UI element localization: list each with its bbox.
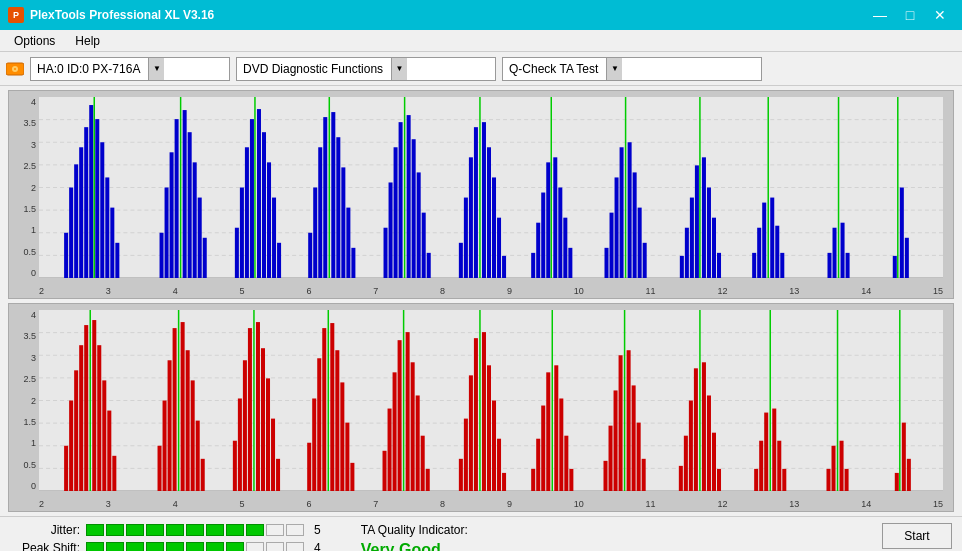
svg-rect-150	[256, 322, 260, 491]
svg-rect-147	[243, 360, 247, 491]
status-bar: Jitter: 5 Peak Shift:	[0, 516, 962, 551]
svg-rect-126	[74, 370, 78, 491]
start-btn-area: Start i	[882, 523, 952, 551]
maximize-button[interactable]: □	[896, 3, 924, 27]
bottom-chart-y-axis: 4 3.5 3 2.5 2 1.5 1 0.5 0	[9, 310, 39, 491]
svg-rect-72	[502, 256, 506, 278]
svg-rect-53	[384, 228, 388, 278]
svg-rect-58	[407, 115, 411, 278]
svg-rect-222	[840, 441, 844, 491]
svg-rect-13	[74, 164, 78, 278]
bottom-chart-svg	[39, 310, 943, 491]
svg-rect-66	[474, 127, 478, 278]
svg-rect-212	[754, 469, 758, 491]
svg-rect-180	[482, 332, 486, 491]
top-chart: 4 3.5 3 2.5 2 1.5 1 0.5 0	[8, 90, 954, 299]
svg-rect-214	[764, 413, 768, 491]
svg-rect-60	[417, 172, 421, 278]
function-select[interactable]: DVD Diagnostic Functions ▼	[236, 57, 496, 81]
svg-rect-211	[717, 469, 721, 491]
svg-rect-188	[546, 372, 550, 491]
svg-rect-165	[383, 451, 387, 491]
menu-help[interactable]: Help	[67, 32, 108, 50]
svg-rect-132	[102, 380, 106, 491]
svg-rect-42	[277, 243, 281, 278]
svg-rect-192	[564, 436, 568, 491]
charts-area: 4 3.5 3 2.5 2 1.5 1 0.5 0	[0, 86, 962, 516]
svg-rect-40	[267, 162, 271, 278]
svg-rect-148	[248, 328, 252, 491]
function-select-arrow: ▼	[391, 58, 407, 80]
svg-rect-178	[474, 338, 478, 491]
svg-rect-39	[262, 132, 266, 278]
svg-rect-48	[331, 112, 335, 278]
svg-rect-158	[322, 328, 326, 491]
svg-rect-61	[422, 213, 426, 278]
svg-rect-213	[759, 441, 763, 491]
svg-rect-111	[846, 253, 850, 278]
peak-shift-seg-7	[206, 542, 224, 551]
top-chart-inner	[39, 97, 943, 278]
jitter-label: Jitter:	[10, 523, 80, 537]
svg-rect-205	[689, 401, 693, 492]
svg-rect-105	[775, 226, 779, 278]
svg-rect-92	[685, 228, 689, 278]
svg-rect-93	[690, 198, 694, 278]
svg-rect-137	[168, 360, 172, 491]
peak-shift-bar	[86, 542, 304, 551]
test-select[interactable]: Q-Check TA Test ▼	[502, 57, 762, 81]
jitter-row: Jitter: 5	[10, 523, 321, 537]
svg-rect-20	[105, 177, 109, 278]
device-select[interactable]: HA:0 ID:0 PX-716A ▼	[30, 57, 230, 81]
svg-rect-227	[907, 459, 911, 491]
svg-rect-45	[318, 147, 322, 278]
svg-rect-190	[554, 365, 558, 491]
minimize-button[interactable]: —	[866, 3, 894, 27]
peak-shift-seg-11	[286, 542, 304, 551]
top-chart-y-axis: 4 3.5 3 2.5 2 1.5 1 0.5 0	[9, 97, 39, 278]
svg-rect-79	[558, 188, 562, 279]
svg-rect-74	[536, 223, 540, 278]
svg-rect-177	[469, 375, 473, 491]
svg-rect-36	[250, 119, 254, 278]
svg-rect-151	[261, 348, 265, 491]
peak-shift-seg-9	[246, 542, 264, 551]
close-button[interactable]: ✕	[926, 3, 954, 27]
svg-rect-160	[330, 323, 334, 491]
svg-rect-97	[707, 188, 711, 279]
svg-rect-82	[605, 248, 609, 278]
svg-rect-102	[762, 203, 766, 278]
menu-options[interactable]: Options	[6, 32, 63, 50]
peak-shift-seg-10	[266, 542, 284, 551]
svg-rect-157	[317, 358, 321, 491]
ta-quality-label: TA Quality Indicator:	[361, 523, 468, 537]
jitter-seg-6	[186, 524, 204, 536]
svg-rect-182	[492, 401, 496, 492]
svg-rect-14	[79, 147, 83, 278]
svg-rect-15	[84, 127, 88, 278]
svg-rect-175	[459, 459, 463, 491]
svg-rect-30	[193, 162, 197, 278]
svg-rect-125	[69, 401, 73, 492]
start-button[interactable]: Start	[882, 523, 952, 549]
svg-rect-33	[235, 228, 239, 278]
svg-rect-94	[695, 165, 699, 278]
bottom-chart-x-axis: 2 3 4 5 6 7 8 9 10 11 12 13 14 15	[39, 499, 943, 509]
svg-rect-28	[183, 110, 187, 278]
svg-rect-200	[632, 385, 636, 491]
svg-rect-185	[531, 469, 535, 491]
svg-rect-144	[201, 459, 205, 491]
svg-rect-194	[603, 461, 607, 491]
svg-rect-34	[240, 188, 244, 279]
svg-rect-65	[469, 157, 473, 278]
svg-rect-98	[712, 218, 716, 278]
svg-rect-16	[89, 105, 93, 278]
svg-rect-204	[684, 436, 688, 491]
svg-rect-81	[568, 248, 572, 278]
bottom-chart: 4 3.5 3 2.5 2 1.5 1 0.5 0	[8, 303, 954, 512]
svg-rect-197	[619, 355, 623, 491]
peak-shift-seg-3	[126, 542, 144, 551]
svg-rect-87	[628, 142, 632, 278]
svg-rect-134	[112, 456, 116, 491]
svg-rect-226	[902, 423, 906, 491]
